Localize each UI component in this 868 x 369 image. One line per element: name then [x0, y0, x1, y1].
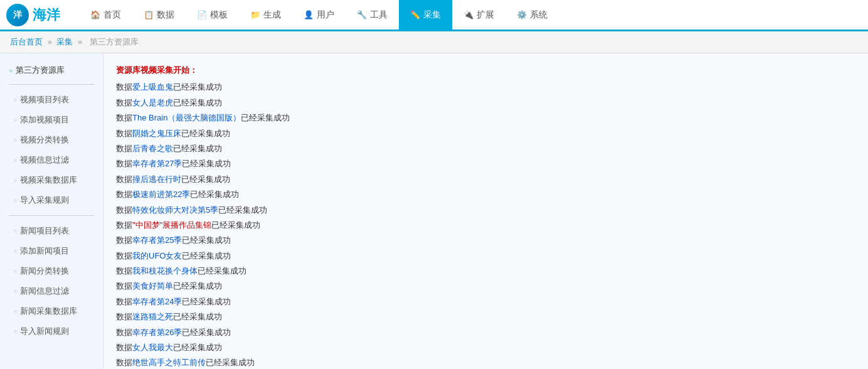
data-icon: 📋: [144, 10, 154, 19]
log-link-16: 迷路猫之死: [132, 312, 173, 321]
header: 洋 海洋 🏠首页 📋数据 📄模板 📁生成 👤用户 🔧工具 ✏️采集 🔌扩展 ⚙️…: [0, 0, 868, 31]
log-link-15: 幸存者第24季: [132, 297, 182, 306]
log-link-17: 幸存者第26季: [132, 328, 182, 337]
nav-user[interactable]: 👤用户: [292, 0, 346, 31]
extend-icon: 🔌: [463, 10, 474, 19]
nav-tools[interactable]: 🔧工具: [346, 0, 399, 31]
home-icon: 🏠: [90, 10, 100, 19]
nav-system[interactable]: ⚙️系统: [505, 0, 559, 31]
sidebar-section-third-party[interactable]: 第三方资源库: [0, 60, 103, 79]
log-link-13: 我和枝花换个身体: [132, 266, 198, 275]
log-line-5: 数据后青春之歌已经采集成功: [116, 141, 855, 156]
log-link-12: 我的UFO女友: [132, 251, 182, 260]
breadcrumb-current: 第三方资源库: [90, 37, 139, 46]
log-line-9: 数据特效化妆师大对决第5季已经采集成功: [116, 203, 855, 217]
log-link-10: "中国梦"展播作品集锦: [132, 220, 211, 230]
tools-icon: 🔧: [357, 10, 367, 19]
sidebar-item-news-filter[interactable]: 新闻信息过滤: [0, 281, 103, 301]
log-link-2: 女人是老虎: [132, 98, 173, 107]
sidebar-item-news-cat[interactable]: 新闻分类转换: [0, 261, 103, 281]
log-line-2: 数据女人是老虎已经采集成功: [116, 95, 855, 110]
sidebar-item-video-filter[interactable]: 视频信息过滤: [0, 150, 103, 170]
log-line-10: 数据"中国梦"展播作品集锦已经采集成功: [116, 218, 855, 232]
log-line-4: 数据阴婚之鬼压床已经采集成功: [116, 126, 855, 141]
log-link-14: 美食好简单: [132, 281, 173, 291]
logo: 洋 海洋: [6, 4, 60, 26]
log-line-6: 数据幸存者第27季已经采集成功: [116, 156, 855, 171]
nav-data[interactable]: 📋数据: [132, 0, 186, 31]
log-line-14: 数据美食好简单已经采集成功: [116, 279, 855, 293]
template-icon: 📄: [197, 10, 207, 19]
sidebar-item-add-news[interactable]: 添加新闻项目: [0, 241, 103, 261]
log-line-19: 数据绝世高手之特工前传已经采集成功: [116, 355, 855, 369]
nav-generate[interactable]: 📁生成: [239, 0, 292, 31]
layout: 第三方资源库 视频项目列表 添加视频项目 视频分类转换 视频信息过滤 视频采集数…: [0, 53, 868, 369]
log-link-19: 绝世高手之特工前传: [132, 358, 206, 367]
logo-text: 海洋: [33, 6, 60, 24]
breadcrumb-collect[interactable]: 采集: [56, 37, 73, 46]
log-link-9: 特效化妆师大对决第5季: [132, 205, 218, 215]
system-icon: ⚙️: [517, 10, 527, 19]
log-line-3: 数据The Brain（最强大脑德国版）已经采集成功: [116, 110, 855, 125]
generate-icon: 📁: [250, 10, 260, 19]
collect-icon: ✏️: [410, 10, 420, 19]
log-line-11: 数据幸存者第25季已经采集成功: [116, 233, 855, 247]
log-line-15: 数据幸存者第24季已经采集成功: [116, 294, 855, 309]
user-icon: 👤: [304, 10, 314, 19]
log-line-18: 数据女人我最大已经采集成功: [116, 340, 855, 355]
log-link-8: 极速前进第22季: [132, 190, 190, 199]
log-line-1: 数据爱上吸血鬼已经采集成功: [116, 80, 855, 94]
sidebar-divider-2: [9, 215, 94, 216]
nav-home[interactable]: 🏠首页: [79, 0, 132, 31]
breadcrumb-sep2: »: [78, 37, 85, 46]
log-link-5: 后青春之歌: [132, 144, 173, 153]
log-link-4: 阴婚之鬼压床: [132, 129, 181, 138]
log-link-1: 爱上吸血鬼: [132, 82, 173, 92]
sidebar-item-news-list[interactable]: 新闻项目列表: [0, 221, 103, 241]
log-link-6: 幸存者第27季: [132, 159, 182, 168]
nav-template[interactable]: 📄模板: [186, 0, 239, 31]
log-line-12: 数据我的UFO女友已经采集成功: [116, 249, 855, 263]
nav-extend[interactable]: 🔌扩展: [452, 0, 505, 31]
sidebar-item-import-video-rules[interactable]: 导入采集规则: [0, 190, 103, 210]
log-link-7: 撞后逃在行时: [132, 174, 181, 184]
log-link-18: 女人我最大: [132, 343, 173, 352]
sidebar: 第三方资源库 视频项目列表 添加视频项目 视频分类转换 视频信息过滤 视频采集数…: [0, 53, 103, 369]
log-link-11: 幸存者第25季: [132, 235, 182, 245]
log-line-16: 数据迷路猫之死已经采集成功: [116, 309, 855, 324]
breadcrumb-home[interactable]: 后台首页: [10, 37, 43, 46]
sidebar-item-video-cat[interactable]: 视频分类转换: [0, 130, 103, 150]
log-line-13: 数据我和枝花换个身体已经采集成功: [116, 264, 855, 278]
breadcrumb-sep1: »: [48, 37, 55, 46]
sidebar-item-import-news-rules[interactable]: 导入新闻规则: [0, 321, 103, 341]
log-line-8: 数据极速前进第22季已经采集成功: [116, 187, 855, 201]
sidebar-item-video-list[interactable]: 视频项目列表: [0, 90, 103, 110]
log-link-3: The Brain（最强大脑德国版）: [132, 113, 241, 122]
log-line-7: 数据撞后逃在行时已经采集成功: [116, 172, 855, 186]
sidebar-item-add-video[interactable]: 添加视频项目: [0, 110, 103, 130]
logo-icon: 洋: [6, 4, 29, 26]
log-line-17: 数据幸存者第26季已经采集成功: [116, 325, 855, 340]
log-area: 资源库视频采集开始： 数据爱上吸血鬼已经采集成功 数据女人是老虎已经采集成功 数…: [116, 63, 855, 369]
sidebar-item-news-db[interactable]: 新闻采集数据库: [0, 301, 103, 321]
log-header: 资源库视频采集开始：: [116, 63, 855, 77]
breadcrumb: 后台首页 » 采集 » 第三方资源库: [0, 31, 868, 53]
sidebar-divider-1: [9, 84, 94, 85]
nav-collect[interactable]: ✏️采集: [399, 0, 452, 31]
main-nav: 🏠首页 📋数据 📄模板 📁生成 👤用户 🔧工具 ✏️采集 🔌扩展 ⚙️系统: [79, 0, 559, 31]
sidebar-item-video-db[interactable]: 视频采集数据库: [0, 170, 103, 190]
main-content: 资源库视频采集开始： 数据爱上吸血鬼已经采集成功 数据女人是老虎已经采集成功 数…: [103, 53, 868, 369]
